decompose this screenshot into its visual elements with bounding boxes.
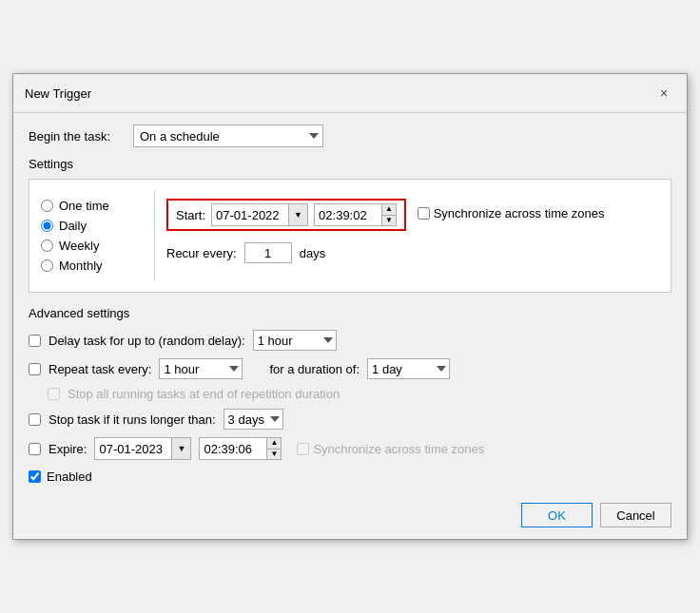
start-time-input[interactable] <box>315 204 381 225</box>
dialog-title: New Trigger <box>25 86 91 101</box>
expire-time-input[interactable] <box>200 438 266 459</box>
radio-group: One time Daily Weekly Monthly <box>41 199 154 273</box>
settings-right: Start: ▼ ▲ ▼ <box>155 191 659 280</box>
radio-one-time[interactable]: One time <box>41 199 154 213</box>
sync-checkbox[interactable] <box>418 207 430 220</box>
start-date-wrap: ▼ <box>211 203 308 226</box>
radio-daily-label: Daily <box>59 219 87 233</box>
stop-longer-row: Stop task if it runs longer than: 3 days… <box>29 409 671 430</box>
repeat-task-checkbox[interactable] <box>29 363 41 375</box>
expire-label: Expire: <box>49 442 87 456</box>
expire-sync-checkbox <box>297 443 309 455</box>
settings-box: One time Daily Weekly Monthly <box>29 179 671 293</box>
stop-longer-label: Stop task if it runs longer than: <box>49 412 216 427</box>
expire-time-up[interactable]: ▲ <box>267 438 281 450</box>
expire-row: Expire: ▼ ▲ ▼ Synchronize across <box>29 437 671 460</box>
radio-weekly-label: Weekly <box>59 239 99 253</box>
settings-panel: One time Daily Weekly Monthly <box>41 191 659 280</box>
recur-input[interactable] <box>244 242 292 263</box>
begin-task-row: Begin the task: On a schedule At log on … <box>29 125 671 147</box>
repeat-task-dropdown[interactable]: 1 hour 30 minutes 1 day <box>159 358 243 379</box>
radio-one-time-input[interactable] <box>41 200 53 212</box>
stop-longer-dropdown[interactable]: 3 days 1 hour 1 day <box>224 409 283 430</box>
start-date-calendar-button[interactable]: ▼ <box>288 204 307 225</box>
expire-time-wrap: ▲ ▼ <box>199 437 282 460</box>
begin-task-label: Begin the task: <box>29 129 133 144</box>
close-button[interactable]: × <box>652 82 675 105</box>
duration-dropdown[interactable]: 1 day Indefinitely <box>367 358 450 379</box>
repeat-task-row: Repeat task every: 1 hour 30 minutes 1 d… <box>29 358 671 379</box>
expire-checkbox[interactable] <box>29 443 41 455</box>
stop-longer-checkbox[interactable] <box>29 413 41 426</box>
expire-date-wrap: ▼ <box>94 437 191 460</box>
sync-checkbox-label[interactable]: Synchronize across time zones <box>418 206 605 220</box>
sync-label: Synchronize across time zones <box>434 206 605 220</box>
enabled-checkbox[interactable] <box>29 470 41 483</box>
expire-time-down[interactable]: ▼ <box>267 450 281 460</box>
radio-daily[interactable]: Daily <box>41 219 154 233</box>
recur-unit: days <box>300 246 325 260</box>
title-bar: New Trigger × <box>13 74 687 113</box>
expire-sync-label: Synchronize across time zones <box>297 442 484 456</box>
advanced-settings-section: Advanced settings Delay task for up to (… <box>29 306 671 484</box>
settings-label: Settings <box>29 157 671 171</box>
delay-task-checkbox[interactable] <box>29 335 41 347</box>
expire-time-spinner: ▲ ▼ <box>266 438 281 459</box>
start-row: Start: ▼ ▲ ▼ <box>166 199 406 231</box>
begin-task-dropdown[interactable]: On a schedule At log on At startup On an… <box>133 125 323 147</box>
radio-weekly[interactable]: Weekly <box>41 239 154 253</box>
radio-monthly-label: Monthly <box>59 259 103 273</box>
start-time-spinner: ▲ ▼ <box>381 204 396 225</box>
start-time-down[interactable]: ▼ <box>382 216 396 226</box>
delay-task-row: Delay task for up to (random delay): 1 h… <box>29 330 671 351</box>
radio-weekly-input[interactable] <box>41 239 53 252</box>
settings-left: One time Daily Weekly Monthly <box>41 191 155 280</box>
ok-button[interactable]: OK <box>521 503 593 527</box>
enabled-row: Enabled <box>29 469 671 484</box>
advanced-label: Advanced settings <box>29 306 671 320</box>
duration-label: for a duration of: <box>269 362 360 376</box>
recur-label: Recur every: <box>166 246 237 260</box>
stop-all-checkbox <box>48 388 60 400</box>
radio-one-time-label: One time <box>59 199 109 213</box>
radio-monthly-input[interactable] <box>41 259 53 272</box>
new-trigger-dialog: New Trigger × Begin the task: On a sched… <box>12 73 688 540</box>
expire-sync-text: Synchronize across time zones <box>313 442 484 456</box>
repeat-task-label: Repeat task every: <box>49 362 151 376</box>
start-time-wrap: ▲ ▼ <box>314 203 397 226</box>
recur-row: Recur every: days <box>166 242 648 263</box>
bottom-buttons: OK Cancel <box>13 495 687 539</box>
delay-task-label: Delay task for up to (random delay): <box>49 334 245 348</box>
enabled-label: Enabled <box>47 469 92 484</box>
radio-monthly[interactable]: Monthly <box>41 259 154 273</box>
cancel-button[interactable]: Cancel <box>600 503 671 527</box>
expire-date-input[interactable] <box>95 438 171 459</box>
stop-all-label: Stop all running tasks at end of repetit… <box>68 387 340 401</box>
stop-all-row: Stop all running tasks at end of repetit… <box>29 387 671 401</box>
radio-daily-input[interactable] <box>41 220 53 232</box>
delay-task-dropdown[interactable]: 1 hour 30 minutes 1 day <box>253 330 337 351</box>
start-label: Start: <box>176 208 205 222</box>
expire-date-calendar-button[interactable]: ▼ <box>171 438 190 459</box>
start-time-up[interactable]: ▲ <box>382 204 396 216</box>
start-date-input[interactable] <box>212 204 288 225</box>
